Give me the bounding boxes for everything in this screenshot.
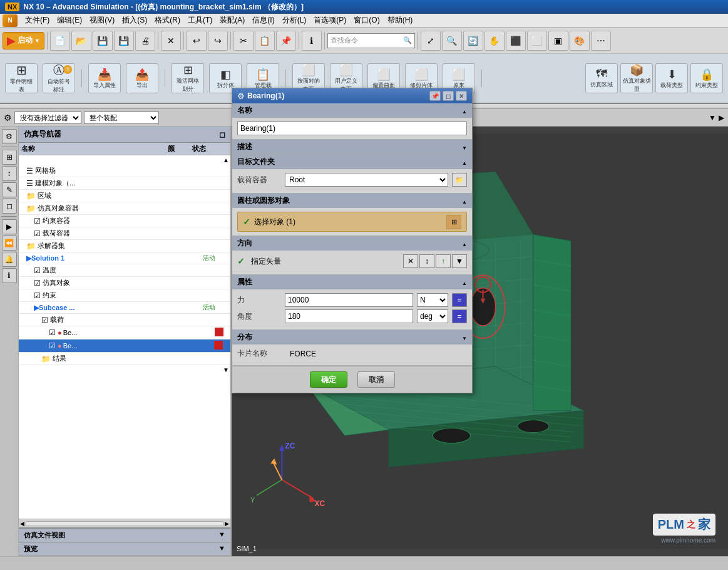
new-button[interactable]: 📄	[50, 31, 70, 51]
filter-icon-1[interactable]: ▼	[709, 113, 716, 122]
tree-item-loads[interactable]: ☑ 载荷	[19, 314, 230, 326]
view3d-button[interactable]: ⬛	[506, 31, 526, 51]
properties-header[interactable]: 属性	[232, 275, 472, 289]
open-button[interactable]: 📂	[71, 31, 91, 51]
constraint-type-button[interactable]: 🔒 约束类型	[690, 63, 723, 93]
left-tool-8[interactable]: 🔔	[2, 252, 17, 267]
copy-button[interactable]: 📋	[255, 31, 275, 51]
left-tool-4[interactable]: ✎	[2, 182, 17, 197]
dir-btn-1[interactable]: ✕	[403, 254, 418, 268]
menu-info[interactable]: 信息(I)	[249, 14, 278, 27]
close-button[interactable]: ✕	[161, 31, 181, 51]
cancel-button[interactable]: 取消	[357, 371, 395, 388]
tree-item-bearing2[interactable]: ☑ ● Be...	[19, 339, 230, 353]
launch-button[interactable]: ▶ 启动 ▼	[3, 32, 44, 49]
tree-item-solver[interactable]: 📁 求解器集	[19, 240, 230, 252]
print-button[interactable]: 🖨	[135, 31, 155, 51]
search-icon[interactable]: 🔍	[403, 36, 412, 44]
left-tool-5[interactable]: ◻	[2, 199, 17, 214]
h-scroll-track[interactable]	[26, 521, 223, 526]
tree-scroll-up[interactable]: ▲	[223, 157, 229, 163]
redo-button[interactable]: ↪	[208, 31, 228, 51]
menu-preferences[interactable]: 首选项(P)	[310, 14, 350, 27]
dialog-pin-button[interactable]: 📌	[429, 91, 441, 101]
tree-item-constraint[interactable]: ☑ 约束容器	[19, 215, 230, 227]
render-button[interactable]: 🎨	[570, 31, 590, 51]
cylindrical-header[interactable]: 圆柱或圆形对象	[232, 194, 472, 208]
more1-button[interactable]: ⋯	[591, 31, 611, 51]
tree-item-mesh[interactable]: ☰ 网格场	[19, 165, 230, 177]
zoom-button[interactable]: 🔍	[442, 31, 462, 51]
angle-calc-button[interactable]: =	[452, 309, 467, 323]
tree-item-constraint2[interactable]: ☑ 约束	[19, 289, 230, 302]
scroll-left-icon[interactable]: ◀	[20, 521, 24, 527]
sim-region-button[interactable]: 🗺 仿真区域	[585, 63, 618, 93]
tree-item-temp[interactable]: ☑ 温度	[19, 264, 230, 277]
menu-assembly[interactable]: 装配(A)	[216, 14, 249, 27]
left-tool-9[interactable]: ℹ	[2, 268, 17, 283]
dialog-close-button[interactable]: ✕	[456, 91, 467, 101]
container-browse-button[interactable]: 📁	[452, 173, 467, 187]
fit-button[interactable]: ⤢	[421, 31, 441, 51]
ok-button[interactable]: 确定	[310, 371, 347, 388]
direction-header[interactable]: 方向	[232, 236, 472, 251]
export-button[interactable]: 📤 导出	[126, 63, 158, 93]
menu-edit[interactable]: 编辑(E)	[53, 14, 86, 27]
left-tool-1[interactable]: ⚙	[2, 129, 17, 144]
tree-item-solution1[interactable]: ▶ Solution 1 活动	[19, 252, 230, 264]
save-button[interactable]: 💾	[93, 31, 113, 51]
info-button[interactable]: ℹ	[302, 31, 322, 51]
tree-item-load-container[interactable]: ☑ 载荷容器	[19, 227, 230, 240]
h-scrollbar[interactable]: ◀ ▶	[19, 519, 230, 527]
menu-view[interactable]: 视图(V)	[86, 14, 118, 27]
cut-button[interactable]: ✂	[233, 31, 254, 51]
dialog-restore-button[interactable]: ◻	[443, 91, 454, 101]
load-type-button[interactable]: ⬇ 载荷类型	[655, 63, 688, 93]
auto-symbol-button[interactable]: Ⓐ 自动符号标注 ⑦	[43, 63, 75, 93]
sim-obj-type-button[interactable]: 📦 仿真对象类型	[620, 63, 653, 93]
tree-item-region[interactable]: 📁 区域	[19, 190, 230, 202]
pan-button[interactable]: ✋	[484, 31, 505, 51]
tree-item-simobj2[interactable]: ☑ 仿真对象	[19, 277, 230, 289]
angle-input[interactable]	[285, 309, 413, 323]
name-section-header[interactable]: 名称	[232, 103, 472, 118]
import-attr-button[interactable]: 📥 导入属性	[88, 63, 121, 93]
undo-button[interactable]: ↩	[187, 31, 207, 51]
description-section-header[interactable]: 描述	[232, 140, 472, 154]
filter-icon-2[interactable]: ▶	[719, 113, 724, 122]
tree-item-model[interactable]: ☰ 建模对象（...	[19, 177, 230, 190]
preview-panel-title[interactable]: 预览 ▼	[19, 542, 230, 556]
parts-list-button[interactable]: ⊞ 零件明细表	[5, 63, 38, 93]
tree-scroll-down[interactable]: ▼	[223, 366, 229, 373]
dir-btn-4[interactable]: ▼	[452, 254, 467, 268]
menu-tools[interactable]: 工具(T)	[184, 14, 216, 27]
assembly-select[interactable]: 整个装配	[84, 111, 159, 124]
filter-gear-icon[interactable]: ⚙	[4, 113, 12, 123]
distribution-header[interactable]: 分布	[232, 330, 472, 345]
name-input[interactable]	[237, 122, 467, 135]
menu-analysis[interactable]: 分析(L)	[279, 14, 310, 27]
scroll-right-icon[interactable]: ▶	[225, 521, 229, 527]
menu-file[interactable]: 文件(F)	[21, 14, 53, 27]
nav-expand-icon[interactable]: ◻	[219, 130, 225, 139]
menu-window[interactable]: 窗口(O)	[350, 14, 383, 27]
left-tool-3[interactable]: ↕	[2, 166, 17, 181]
paste-button[interactable]: 📌	[276, 31, 296, 51]
force-calc-button[interactable]: =	[452, 293, 467, 307]
select-expand-button[interactable]: ⊞	[446, 215, 461, 229]
force-unit-select[interactable]: N	[417, 293, 448, 307]
file-view-panel-title[interactable]: 仿真文件视图 ▼	[19, 529, 230, 542]
dir-btn-2[interactable]: ↕	[419, 254, 434, 268]
force-input[interactable]	[285, 293, 413, 307]
dir-btn-3[interactable]: ↑	[436, 254, 451, 268]
menu-insert[interactable]: 插入(S)	[118, 14, 151, 27]
tree-item-simobj[interactable]: 📁 仿真对象容器	[19, 202, 230, 215]
tree-item-results[interactable]: 📁 结果	[19, 353, 230, 365]
activate-mesh-button[interactable]: ⊞ 激活网格划分	[172, 63, 204, 93]
tree-item-bearing1[interactable]: ☑ ● Be...	[19, 326, 230, 339]
wireframe-button[interactable]: ⬜	[527, 31, 547, 51]
left-tool-2[interactable]: ⊞	[2, 150, 17, 165]
menu-format[interactable]: 格式(R)	[151, 14, 184, 27]
left-tool-6[interactable]: ▶	[2, 219, 17, 234]
target-folder-header[interactable]: 目标文件夹	[232, 155, 472, 169]
